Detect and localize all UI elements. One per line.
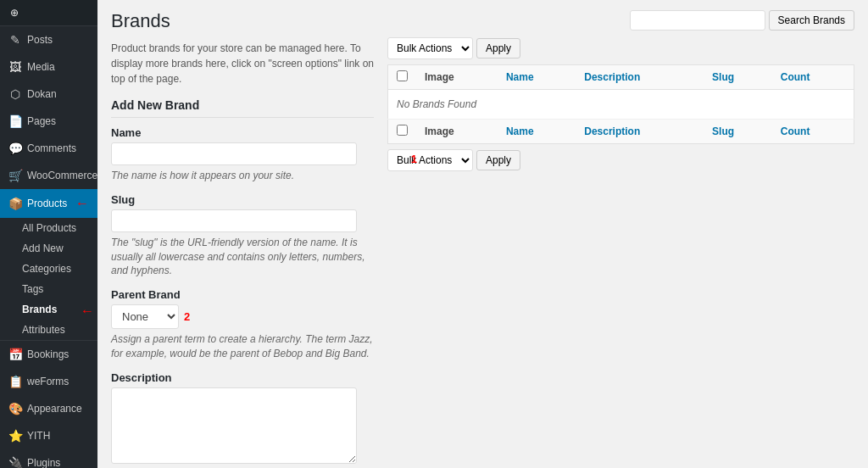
plugins-icon: 🔌 [8,456,22,468]
sidebar-item-pages-label: Pages [27,115,56,127]
name-field-group: Name 1 The name is how it appears on you… [111,126,374,183]
media-icon: 🖼 [8,60,22,74]
description-label: Description [111,371,374,384]
parent-brand-select[interactable]: None [111,304,179,329]
sidebar-item-weforms[interactable]: 📋 weForms [0,368,97,395]
no-items-message: No Brands Found [388,90,854,120]
bottom-apply-button[interactable]: Apply [476,150,520,170]
sidebar-item-dokan-label: Dokan [27,88,57,100]
col-name-link[interactable]: Name [506,71,534,83]
weforms-icon: 📋 [8,375,22,388]
bottom-bulk-actions-bar: Bulk Actions Apply [387,149,854,171]
woocommerce-icon: 🛒 [8,169,22,182]
footer-col-count[interactable]: Count [772,120,854,144]
bottom-bulk-actions-select[interactable]: Bulk Actions [387,149,473,171]
table-panel: Search Brands Bulk Actions Apply Image N… [387,10,854,468]
select-all-checkbox-bottom[interactable] [397,125,408,136]
sidebar-item-comments[interactable]: 💬 Comments [0,135,97,162]
sidebar-item-woocommerce-label: WooCommerce [27,170,97,181]
footer-col-slug[interactable]: Slug [704,120,772,144]
search-input[interactable] [630,10,765,31]
page-title: Brands [111,10,374,32]
footer-col-name-link[interactable]: Name [506,125,534,137]
sidebar-item-pages[interactable]: 📄 Pages [0,108,97,135]
secondary-nav: 📅 Bookings 📋 weForms 🎨 Appearance ⭐ YITH… [0,340,97,468]
sidebar-item-plugins[interactable]: 🔌 Plugins [0,449,97,468]
sub-categories[interactable]: Categories [0,259,97,279]
sidebar-item-media[interactable]: 🖼 Media [0,53,97,81]
parent-brand-field-group: Parent Brand None 2 Assign a parent term… [111,288,374,361]
dokan-icon: ⬡ [8,87,22,101]
sub-tags[interactable]: Tags [0,279,97,299]
col-description-link[interactable]: Description [584,71,640,83]
sidebar-item-products-label: Products [27,198,67,209]
sidebar: ⊕ ✎ Posts 🖼 Media ⬡ Dokan 📄 Pages 💬 Comm… [0,0,97,468]
products-arrow: ← [75,196,89,211]
sidebar-item-posts-label: Posts [27,34,53,46]
footer-col-image: Image [416,120,498,144]
sidebar-item-appearance-label: Appearance [27,403,82,415]
sub-all-products[interactable]: All Products [0,218,97,238]
sidebar-item-woocommerce[interactable]: 🛒 WooCommerce [0,162,97,189]
main-content: Brands Product brands for your store can… [97,0,868,468]
parent-brand-label: Parent Brand [111,288,374,301]
top-bulk-actions-select[interactable]: Bulk Actions [387,37,473,59]
sidebar-item-dokan[interactable]: ⬡ Dokan [0,81,97,108]
col-count[interactable]: Count [772,65,854,90]
select-all-checkbox-top[interactable] [397,70,408,81]
parent-hint: Assign a parent term to create a hierarc… [111,332,374,361]
description-field-group: Description The description is not promi… [111,371,374,468]
sub-brands[interactable]: Brands ← [0,299,97,320]
main-nav: ✎ Posts 🖼 Media ⬡ Dokan 📄 Pages 💬 Commen… [0,25,97,340]
top-apply-button[interactable]: Apply [476,38,520,58]
bookings-icon: 📅 [8,348,22,361]
footer-col-name[interactable]: Name [498,120,576,144]
table-footer-row: Image Name Description Slug Count [388,120,854,144]
wp-icon: ⊕ [10,7,19,19]
footer-col-count-link[interactable]: Count [781,125,810,137]
brands-arrow: ← [81,304,94,319]
sub-attributes[interactable]: Attributes [0,320,97,340]
sidebar-item-media-label: Media [27,61,55,73]
col-slug[interactable]: Slug [704,65,772,90]
col-count-link[interactable]: Count [781,71,810,83]
footer-col-slug-link[interactable]: Slug [712,125,734,137]
col-description[interactable]: Description [576,65,704,90]
brands-table: Image Name Description Slug Count No Bra… [387,64,854,144]
table-header-row: Image Name Description Slug Count [388,65,854,90]
posts-icon: ✎ [8,33,22,47]
intro-text: Product brands for your store can be man… [111,41,374,86]
sidebar-item-posts[interactable]: ✎ Posts [0,26,97,53]
appearance-icon: 🎨 [8,402,22,415]
sidebar-item-products[interactable]: 📦 Products ← [0,189,97,218]
description-textarea[interactable] [111,387,357,464]
col-name[interactable]: Name [498,65,576,90]
slug-input[interactable] [111,209,357,232]
search-bar: Search Brands [387,10,854,31]
sidebar-item-yith[interactable]: ⭐ YITH [0,422,97,449]
sidebar-item-yith-label: YITH [27,430,50,442]
footer-col-description[interactable]: Description [576,120,704,144]
name-hint: The name is how it appears on your site. [111,169,374,183]
form-panel: Brands Product brands for your store can… [111,10,374,468]
sidebar-item-bookings[interactable]: 📅 Bookings [0,341,97,368]
name-input[interactable] [111,142,357,165]
slug-hint: The "slug" is the URL-friendly version o… [111,236,374,278]
sidebar-item-comments-label: Comments [27,142,76,154]
yith-icon: ⭐ [8,429,22,443]
sidebar-item-appearance[interactable]: 🎨 Appearance [0,395,97,422]
footer-col-description-link[interactable]: Description [584,125,640,137]
comments-icon: 💬 [8,142,22,155]
search-brands-button[interactable]: Search Brands [769,10,854,31]
col-image: Image [416,65,498,90]
content-area: Brands Product brands for your store can… [97,0,868,468]
site-logo[interactable]: ⊕ [0,0,97,25]
sidebar-item-plugins-label: Plugins [27,457,60,468]
pages-icon: 📄 [8,114,22,128]
top-bulk-actions-bar: Bulk Actions Apply [387,37,854,59]
sub-add-new[interactable]: Add New [0,238,97,259]
products-submenu: All Products Add New Categories Tags Bra… [0,218,97,340]
sidebar-item-bookings-label: Bookings [27,348,69,360]
col-slug-link[interactable]: Slug [712,71,734,83]
slug-field-group: Slug The "slug" is the URL-friendly vers… [111,193,374,278]
